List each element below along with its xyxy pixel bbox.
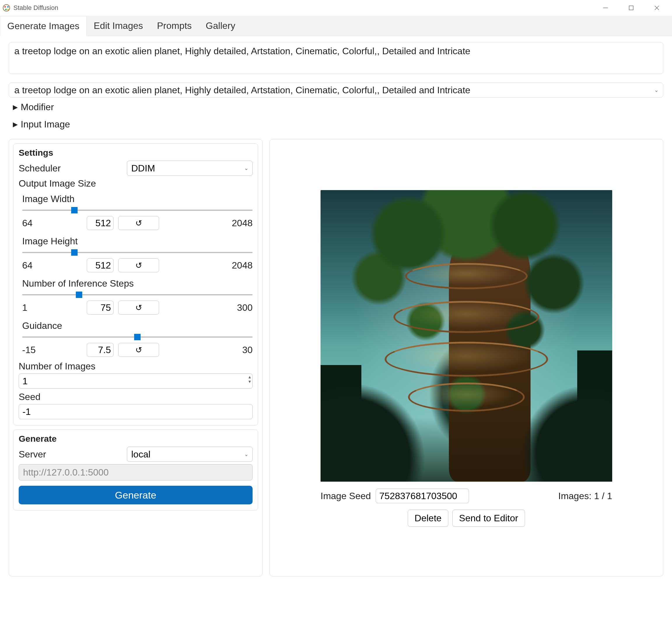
window-title: Stable Diffusion bbox=[14, 4, 58, 12]
slider-max: 300 bbox=[223, 302, 253, 313]
image-width-slider[interactable] bbox=[22, 206, 253, 214]
tab-prompts[interactable]: Prompts bbox=[150, 16, 199, 36]
send-to-editor-button[interactable]: Send to Editor bbox=[452, 510, 525, 527]
caret-right-icon: ▶ bbox=[13, 121, 18, 128]
image-width-block: Image Width 64 ↺ 2048 bbox=[19, 194, 253, 231]
prompt-input[interactable] bbox=[9, 42, 663, 74]
chevron-down-icon[interactable]: ▾ bbox=[248, 379, 251, 384]
settings-group: Settings Scheduler ⌄ Output Image Size I… bbox=[13, 144, 258, 425]
server-select[interactable] bbox=[127, 447, 253, 462]
image-height-slider[interactable] bbox=[22, 248, 253, 257]
expander-label: Input Image bbox=[21, 119, 70, 130]
inference-steps-label: Number of Inference Steps bbox=[22, 278, 253, 289]
close-button[interactable] bbox=[644, 0, 670, 16]
slider-thumb[interactable] bbox=[134, 334, 140, 340]
minimize-button[interactable] bbox=[593, 0, 618, 16]
generate-title: Generate bbox=[19, 434, 253, 444]
prompt-history-select[interactable] bbox=[9, 83, 663, 98]
guidance-block: Guidance -15 ↺ 30 bbox=[19, 321, 253, 358]
inference-steps-reset-button[interactable]: ↺ bbox=[118, 301, 159, 314]
image-seed-label: Image Seed bbox=[321, 491, 371, 502]
server-label: Server bbox=[19, 449, 122, 460]
seed-input[interactable] bbox=[19, 404, 253, 419]
slider-min: 64 bbox=[22, 218, 51, 228]
tab-edit-images[interactable]: Edit Images bbox=[87, 16, 150, 36]
num-images-input[interactable] bbox=[19, 373, 253, 389]
slider-min: -15 bbox=[22, 345, 51, 355]
app-icon bbox=[2, 4, 10, 12]
guidance-label: Guidance bbox=[22, 321, 253, 331]
expander-input-image[interactable]: ▶ Input Image bbox=[9, 115, 663, 132]
inference-steps-block: Number of Inference Steps 1 ↺ 300 bbox=[19, 278, 253, 316]
guidance-reset-button[interactable]: ↺ bbox=[118, 343, 159, 357]
svg-point-0 bbox=[3, 5, 10, 12]
expander-label: Modifier bbox=[21, 102, 54, 112]
images-count: Images: 1 / 1 bbox=[558, 491, 612, 502]
svg-point-1 bbox=[4, 6, 6, 7]
scheduler-select[interactable] bbox=[127, 161, 253, 176]
reset-icon: ↺ bbox=[135, 345, 142, 355]
image-height-label: Image Height bbox=[22, 236, 253, 247]
generate-button[interactable]: Generate bbox=[19, 486, 253, 504]
svg-point-4 bbox=[7, 9, 9, 10]
tab-label: Gallery bbox=[205, 20, 235, 31]
reset-icon: ↺ bbox=[135, 218, 142, 228]
output-panel: Image Seed Images: 1 / 1 Delete Send to … bbox=[269, 139, 663, 576]
image-width-input[interactable] bbox=[87, 216, 113, 230]
inference-steps-input[interactable] bbox=[87, 301, 113, 314]
output-size-label: Output Image Size bbox=[19, 178, 253, 189]
slider-thumb[interactable] bbox=[71, 249, 78, 256]
reset-icon: ↺ bbox=[135, 261, 142, 270]
svg-point-2 bbox=[7, 6, 9, 7]
image-height-input[interactable] bbox=[87, 258, 113, 272]
tab-gallery[interactable]: Gallery bbox=[199, 16, 242, 36]
slider-thumb[interactable] bbox=[76, 291, 82, 298]
slider-min: 64 bbox=[22, 260, 51, 271]
server-url-input bbox=[19, 464, 253, 480]
slider-thumb[interactable] bbox=[71, 207, 78, 214]
scheduler-label: Scheduler bbox=[19, 163, 122, 174]
title-bar: Stable Diffusion bbox=[0, 0, 672, 16]
tab-bar: Generate Images Edit Images Prompts Gall… bbox=[0, 16, 672, 36]
svg-rect-6 bbox=[629, 6, 633, 10]
num-images-label: Number of Images bbox=[19, 361, 253, 372]
spinner-buttons[interactable]: ▴ ▾ bbox=[248, 375, 251, 384]
image-height-reset-button[interactable]: ↺ bbox=[118, 258, 159, 272]
tab-label: Prompts bbox=[157, 20, 192, 31]
slider-max: 30 bbox=[223, 345, 253, 355]
reset-icon: ↺ bbox=[135, 303, 142, 312]
caret-right-icon: ▶ bbox=[13, 104, 18, 111]
slider-max: 2048 bbox=[223, 218, 253, 228]
tab-generate-images[interactable]: Generate Images bbox=[0, 16, 87, 36]
image-seed-input[interactable] bbox=[376, 489, 469, 503]
image-width-reset-button[interactable]: ↺ bbox=[118, 216, 159, 230]
tab-label: Generate Images bbox=[7, 21, 79, 31]
slider-max: 2048 bbox=[223, 260, 253, 271]
inference-steps-slider[interactable] bbox=[22, 291, 253, 299]
tab-label: Edit Images bbox=[94, 20, 143, 31]
slider-min: 1 bbox=[22, 302, 51, 313]
svg-point-3 bbox=[5, 9, 7, 10]
delete-button[interactable]: Delete bbox=[408, 510, 448, 527]
maximize-button[interactable] bbox=[618, 0, 644, 16]
guidance-input[interactable] bbox=[87, 343, 113, 357]
left-panel: Settings Scheduler ⌄ Output Image Size I… bbox=[9, 139, 262, 576]
chevron-up-icon[interactable]: ▴ bbox=[248, 375, 251, 379]
seed-label: Seed bbox=[19, 392, 253, 402]
guidance-slider[interactable] bbox=[22, 333, 253, 341]
expander-modifier[interactable]: ▶ Modifier bbox=[9, 98, 663, 115]
generated-image[interactable] bbox=[321, 190, 612, 482]
generate-group: Generate Server ⌄ Generate bbox=[13, 430, 258, 510]
settings-title: Settings bbox=[19, 148, 253, 158]
image-width-label: Image Width bbox=[22, 194, 253, 204]
image-height-block: Image Height 64 ↺ 2048 bbox=[19, 236, 253, 273]
